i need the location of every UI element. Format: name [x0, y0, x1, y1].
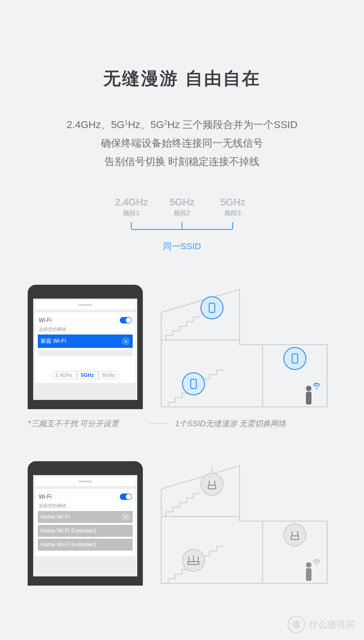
wifi-signal-icon	[122, 513, 130, 521]
wifi-toggle-row: Wi-Fi	[38, 492, 133, 502]
svg-point-10	[306, 386, 311, 391]
phone-mockup-2: Wi-Fi 选择您的网络： Home Wi-Fi Home Wi-Fi Exte…	[28, 461, 143, 586]
svg-point-26	[284, 524, 306, 546]
house-illustration-2	[157, 461, 336, 586]
wifi-toggle-icon	[120, 493, 132, 500]
caption-right-1: 1个SSID无缝漫游 无需切换网络	[175, 418, 336, 429]
house-illustration-1	[157, 285, 336, 409]
band-pill-row: 2.4GHz 5GHz 5GHz	[38, 358, 133, 379]
network-row: Home Wi-Fi Extender2	[38, 539, 133, 551]
watermark-badge-icon: 值	[288, 616, 305, 633]
band-pill: 5GHz	[98, 371, 119, 379]
ssid-merge-label: 同一SSID	[113, 241, 251, 252]
caption-divider-icon	[150, 423, 168, 424]
svg-point-32	[306, 562, 311, 568]
svg-point-0	[125, 341, 127, 343]
drag-handle-icon	[35, 300, 135, 310]
band-item: 5GHz 频段2	[164, 196, 200, 217]
network-row-empty	[38, 350, 133, 356]
svg-point-8	[284, 347, 306, 370]
band-item: 5GHz 频段3	[214, 196, 251, 217]
svg-point-12	[316, 388, 317, 389]
network-row-selected: 家庭 Wi-Fi	[38, 335, 133, 348]
network-row: Home Wi-Fi Extender1	[38, 525, 133, 537]
svg-point-13	[125, 516, 127, 518]
svg-point-34	[316, 564, 317, 566]
description-block: 2.4GHz、5G1Hz、5G2Hz 三个频段合并为一个SSID 确保终端设备始…	[0, 113, 364, 171]
desc-line-1: 2.4GHz、5G1Hz、5G2Hz 三个频段合并为一个SSID	[0, 113, 364, 134]
choose-network-label: 选择您的网络：	[38, 325, 133, 335]
wifi-signal-icon	[122, 337, 130, 346]
choose-network-label: 选择您的网络：	[38, 502, 133, 511]
wifi-label: Wi-Fi	[39, 493, 52, 500]
svg-point-4	[201, 297, 223, 319]
watermark-text: 什么值得买	[309, 618, 355, 631]
svg-point-6	[182, 373, 205, 395]
desc-line-3: 告别信号切换 时刻稳定连接不掉线	[0, 153, 364, 171]
wifi-toggle-icon	[120, 317, 132, 323]
svg-point-17	[201, 473, 223, 495]
band-pill: 2.4GHz	[51, 371, 76, 379]
watermark: 值 什么值得买	[288, 616, 355, 633]
network-row: Home Wi-Fi	[38, 511, 133, 523]
desc-line-2: 确保终端设备始终连接同一无线信号	[0, 134, 364, 153]
drag-handle-icon	[35, 477, 135, 486]
page-title: 无缝漫游 自由自在	[0, 67, 364, 90]
wifi-label: Wi-Fi	[39, 317, 52, 323]
bands-diagram: 2.4GHz 频段1 5GHz 频段2 5GHz 频段3 同一SSID	[113, 196, 251, 252]
svg-rect-33	[306, 568, 311, 581]
phone-mockup-1: Wi-Fi 选择您的网络： 家庭 Wi-Fi 2.4GHz 5GHz	[28, 285, 143, 409]
band-item: 2.4GHz 频段1	[113, 196, 150, 217]
svg-rect-11	[306, 392, 311, 405]
wifi-toggle-row: Wi-Fi	[38, 315, 133, 325]
band-pill-active: 5GHz	[77, 371, 98, 379]
caption-left-1: *三频互不干扰 可分开设置	[28, 418, 143, 429]
